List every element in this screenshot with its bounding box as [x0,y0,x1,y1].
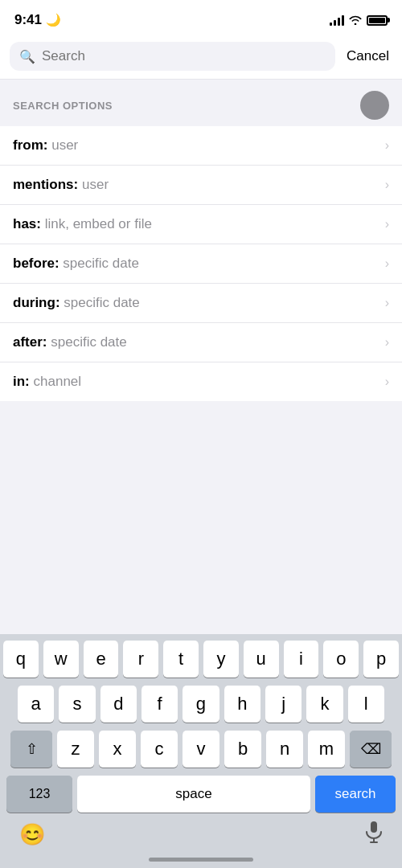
search-bar-container: 🔍 Cancel [0,35,402,80]
key-v[interactable]: v [183,731,219,768]
chevron-icon: › [385,256,389,271]
search-key[interactable]: search [315,776,396,813]
search-options-label: SEARCH OPTIONS [13,100,113,112]
time-label: 9:41 [14,12,42,28]
key-e[interactable]: e [84,641,119,678]
option-has[interactable]: has: link, embed or file › [0,205,402,244]
option-during-key: during: [13,295,60,310]
status-icons [330,14,388,26]
key-z[interactable]: z [57,731,94,768]
key-i[interactable]: i [284,641,319,678]
option-from-value: user [51,137,78,153]
option-has-key: has: [13,216,41,231]
chevron-icon: › [385,217,389,231]
key-h[interactable]: h [224,686,260,723]
option-in-value: channel [34,374,82,389]
cancel-button[interactable]: Cancel [343,48,392,64]
keyboard-row-3: ⇧ z x c v b n m ⌫ [3,731,399,768]
key-a[interactable]: a [18,686,54,723]
option-in[interactable]: in: channel › [0,362,402,401]
status-time: 9:41 🌙 [14,12,61,28]
key-j[interactable]: j [265,686,302,723]
key-l[interactable]: l [348,686,384,723]
key-t[interactable]: t [163,641,199,678]
key-k[interactable]: k [306,686,343,723]
option-during-value: specific date [64,295,140,310]
num-key[interactable]: 123 [6,776,72,813]
mic-key[interactable] [365,821,383,848]
svg-rect-0 [371,821,377,833]
chevron-icon: › [385,296,389,310]
keyboard-bottom-row: 123 space search [3,776,399,813]
option-before-value: specific date [63,256,139,271]
option-has-value: link, embed or file [45,216,152,231]
delete-key[interactable]: ⌫ [350,731,392,768]
option-mentions-key: mentions: [13,177,78,192]
home-bar [149,858,253,862]
search-input[interactable] [42,48,326,64]
key-s[interactable]: s [59,686,95,723]
option-after-value: specific date [51,334,127,350]
search-input-wrapper[interactable]: 🔍 [10,42,335,71]
option-before-key: before: [13,256,59,271]
option-during[interactable]: during: specific date › [0,284,402,323]
key-b[interactable]: b [224,731,261,768]
keyboard-extra-row: 😊 [3,817,399,854]
option-from-key: from: [13,137,47,153]
toggle-circle[interactable] [360,91,389,120]
option-after-key: after: [13,334,47,350]
shift-key[interactable]: ⇧ [10,731,52,768]
option-after[interactable]: after: specific date › [0,323,402,362]
key-r[interactable]: r [123,641,158,678]
key-y[interactable]: y [203,641,239,678]
space-key[interactable]: space [77,776,310,813]
content-spacer [0,401,402,634]
emoji-key[interactable]: 😊 [19,822,45,847]
search-options-header: SEARCH OPTIONS [0,80,402,126]
key-f[interactable]: f [142,686,178,723]
wifi-icon [349,15,362,25]
key-q[interactable]: q [3,641,39,678]
key-w[interactable]: w [43,641,79,678]
option-mentions[interactable]: mentions: user › [0,166,402,205]
option-in-key: in: [13,374,30,389]
home-indicator [0,858,402,868]
chevron-icon: › [385,138,389,153]
status-bar: 9:41 🌙 [0,0,402,35]
key-d[interactable]: d [100,686,137,723]
chevron-icon: › [385,178,389,192]
key-c[interactable]: c [141,731,178,768]
keyboard: q w e r t y u i o p a s d f g h j k l ⇧ … [0,634,402,858]
key-m[interactable]: m [308,731,345,768]
chevron-icon: › [385,375,389,389]
key-u[interactable]: u [244,641,279,678]
key-p[interactable]: p [363,641,399,678]
key-n[interactable]: n [266,731,303,768]
moon-icon: 🌙 [46,13,61,27]
battery-icon [367,15,388,26]
search-icon: 🔍 [19,49,35,64]
chevron-icon: › [385,335,389,350]
key-g[interactable]: g [183,686,219,723]
keyboard-row-1: q w e r t y u i o p [3,641,399,678]
keyboard-row-2: a s d f g h j k l [3,686,399,723]
option-mentions-value: user [82,177,109,192]
signal-icon [330,14,344,26]
option-before[interactable]: before: specific date › [0,244,402,284]
option-from[interactable]: from: user › [0,126,402,166]
key-o[interactable]: o [323,641,359,678]
options-list: from: user › mentions: user › has: link,… [0,126,402,401]
key-x[interactable]: x [99,731,136,768]
